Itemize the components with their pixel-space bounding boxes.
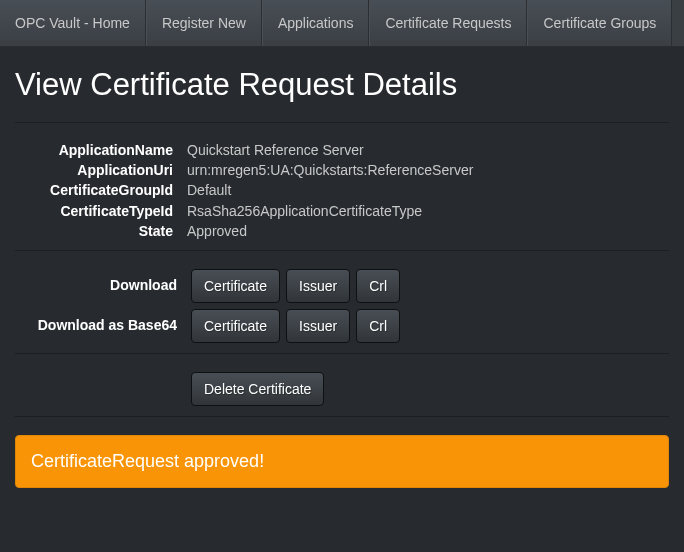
value-state: Approved — [187, 222, 669, 240]
divider — [15, 416, 669, 417]
label-download: Download — [15, 269, 191, 293]
download-base64-certificate-button[interactable]: Certificate — [191, 309, 280, 343]
page-title: View Certificate Request Details — [15, 67, 669, 112]
value-certificate-group-id: Default — [187, 181, 669, 199]
label-delete-spacer — [15, 372, 191, 380]
label-state: State — [15, 222, 187, 240]
label-certificate-type-id: CertificateTypeId — [15, 202, 187, 220]
divider — [15, 250, 669, 251]
label-download-base64: Download as Base64 — [15, 309, 191, 333]
label-application-name: ApplicationName — [15, 141, 187, 159]
row-application-uri: ApplicationUri urn:mregen5:UA:Quickstart… — [15, 161, 669, 179]
nav-certificate-requests[interactable]: Certificate Requests — [369, 0, 527, 46]
delete-buttons: Delete Certificate — [191, 372, 324, 406]
value-application-name: Quickstart Reference Server — [187, 141, 669, 159]
row-application-name: ApplicationName Quickstart Reference Ser… — [15, 141, 669, 159]
divider — [15, 122, 669, 123]
nav-register-new[interactable]: Register New — [146, 0, 262, 46]
download-base64-issuer-button[interactable]: Issuer — [286, 309, 350, 343]
divider — [15, 353, 669, 354]
label-application-uri: ApplicationUri — [15, 161, 187, 179]
main-container: View Certificate Request Details Applica… — [0, 67, 684, 488]
download-base64-buttons: Certificate Issuer Crl — [191, 309, 400, 343]
label-certificate-group-id: CertificateGroupId — [15, 181, 187, 199]
download-issuer-button[interactable]: Issuer — [286, 269, 350, 303]
navbar: OPC Vault - Home Register New Applicatio… — [0, 0, 684, 47]
download-certificate-button[interactable]: Certificate — [191, 269, 280, 303]
nav-certificate-groups[interactable]: Certificate Groups — [527, 0, 672, 46]
row-delete: Delete Certificate — [15, 372, 669, 406]
download-crl-button[interactable]: Crl — [356, 269, 400, 303]
download-base64-crl-button[interactable]: Crl — [356, 309, 400, 343]
row-download: Download Certificate Issuer Crl — [15, 269, 669, 303]
row-certificate-type-id: CertificateTypeId RsaSha256ApplicationCe… — [15, 202, 669, 220]
value-application-uri: urn:mregen5:UA:Quickstarts:ReferenceServ… — [187, 161, 669, 179]
download-buttons: Certificate Issuer Crl — [191, 269, 400, 303]
delete-certificate-button[interactable]: Delete Certificate — [191, 372, 324, 406]
success-alert: CertificateRequest approved! — [15, 435, 669, 488]
value-certificate-type-id: RsaSha256ApplicationCertificateType — [187, 202, 669, 220]
nav-home[interactable]: OPC Vault - Home — [0, 0, 146, 46]
row-state: State Approved — [15, 222, 669, 240]
nav-applications[interactable]: Applications — [262, 0, 370, 46]
row-certificate-group-id: CertificateGroupId Default — [15, 181, 669, 199]
row-download-base64: Download as Base64 Certificate Issuer Cr… — [15, 309, 669, 343]
